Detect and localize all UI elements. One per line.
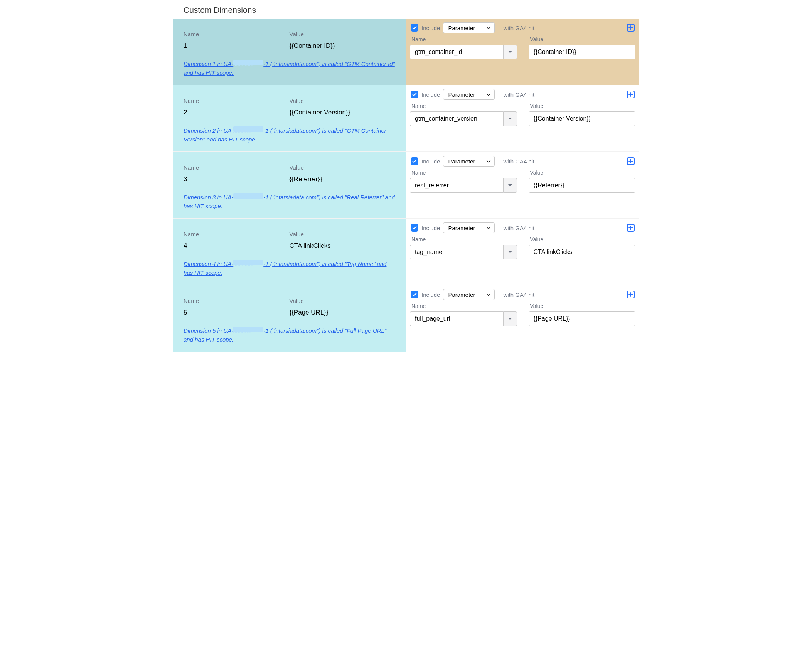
name-label: Name bbox=[184, 91, 290, 108]
add-button[interactable] bbox=[627, 91, 635, 98]
include-checkbox[interactable] bbox=[411, 157, 418, 165]
ga4-panel: Include Parameter with GA4 hit Name bbox=[406, 19, 639, 85]
ga4-value-input[interactable] bbox=[529, 45, 636, 59]
add-button[interactable] bbox=[627, 24, 635, 32]
name-label: Name bbox=[184, 225, 290, 241]
include-label: Include bbox=[421, 158, 440, 165]
chevron-down-icon bbox=[486, 92, 491, 97]
ga4-name-dropdown-button[interactable] bbox=[503, 45, 517, 59]
ga4-name-dropdown-button[interactable] bbox=[503, 111, 517, 126]
name-value-pair: Name 5 Value {{Page URL}} bbox=[177, 289, 402, 322]
dimension-value: {{Page URL}} bbox=[290, 308, 396, 321]
dimension-row: Name 4 Value CTA linkClicks Dimension 4 … bbox=[173, 219, 639, 285]
ga4-value-label: Value bbox=[529, 36, 636, 45]
dimension-value: {{Referrer}} bbox=[290, 175, 396, 188]
ga4-panel: Include Parameter with GA4 hit Name bbox=[406, 152, 639, 218]
ga4-value-label: Value bbox=[529, 303, 636, 311]
type-select-value: Parameter bbox=[448, 25, 475, 31]
dimension-value: {{Container ID}} bbox=[290, 41, 396, 54]
plus-icon bbox=[628, 25, 633, 30]
include-checkbox[interactable] bbox=[411, 24, 418, 32]
add-button[interactable] bbox=[627, 157, 635, 165]
add-button[interactable] bbox=[627, 224, 635, 232]
type-select[interactable]: Parameter bbox=[443, 156, 495, 167]
name-value-pair: Name 3 Value {{Referrer}} bbox=[177, 156, 402, 188]
dimension-value: CTA linkClicks bbox=[290, 241, 396, 254]
dimension-note-link[interactable]: Dimension 5 in UA-xxxxxxx-1 ("intarsiada… bbox=[184, 327, 386, 343]
with-hit-label: with GA4 hit bbox=[503, 91, 534, 98]
type-select[interactable]: Parameter bbox=[443, 222, 495, 233]
include-checkbox[interactable] bbox=[411, 224, 418, 232]
dimension-note-link[interactable]: Dimension 4 in UA-xxxxxxx-1 ("intarsiada… bbox=[184, 261, 386, 276]
name-label: Name bbox=[184, 25, 290, 41]
chevron-down-icon bbox=[486, 158, 491, 164]
redacted-id: xxxxxxx bbox=[233, 326, 263, 332]
type-select[interactable]: Parameter bbox=[443, 289, 495, 300]
note-pre: Dimension 3 in UA- bbox=[184, 194, 233, 200]
ga4-name-label: Name bbox=[410, 36, 517, 45]
ga4-value-label: Value bbox=[529, 170, 636, 178]
add-button[interactable] bbox=[627, 291, 635, 298]
ga4-name-dropdown-button[interactable] bbox=[503, 178, 517, 193]
dimension-note-link[interactable]: Dimension 1 in UA-xxxxxxx-1 ("intarsiada… bbox=[184, 61, 395, 76]
dimension-note-link[interactable]: Dimension 2 in UA-xxxxxxx-1 ("intarsiada… bbox=[184, 127, 386, 143]
dimension-index: 3 bbox=[184, 175, 290, 188]
include-label: Include bbox=[421, 291, 440, 298]
type-select[interactable]: Parameter bbox=[443, 89, 495, 100]
with-hit-label: with GA4 hit bbox=[503, 25, 534, 31]
chevron-down-icon bbox=[486, 225, 491, 231]
include-checkbox[interactable] bbox=[411, 291, 418, 298]
redacted-id: xxxxxxx bbox=[233, 193, 263, 199]
type-select[interactable]: Parameter bbox=[443, 22, 495, 33]
dimension-index: 4 bbox=[184, 241, 290, 254]
note-pre: Dimension 2 in UA- bbox=[184, 127, 233, 134]
note-pre: Dimension 4 in UA- bbox=[184, 261, 233, 267]
plus-icon bbox=[628, 226, 633, 230]
value-label: Value bbox=[290, 91, 396, 108]
dimension-value: {{Container Version}} bbox=[290, 108, 396, 121]
ga4-value-input[interactable] bbox=[529, 111, 636, 126]
include-checkbox[interactable] bbox=[411, 91, 418, 98]
plus-icon bbox=[628, 92, 633, 97]
value-label: Value bbox=[290, 158, 396, 175]
ua-panel: Name 4 Value CTA linkClicks Dimension 4 … bbox=[173, 219, 406, 285]
ga4-name-label: Name bbox=[410, 103, 517, 111]
dimension-row: Name 3 Value {{Referrer}} Dimension 3 in… bbox=[173, 152, 639, 219]
triangle-down-icon bbox=[508, 184, 512, 187]
dimension-index: 1 bbox=[184, 41, 290, 54]
value-label: Value bbox=[290, 291, 396, 308]
with-hit-label: with GA4 hit bbox=[503, 158, 534, 165]
ga4-name-input[interactable] bbox=[410, 245, 503, 259]
chevron-down-icon bbox=[486, 292, 491, 297]
include-label: Include bbox=[421, 25, 440, 31]
redacted-id: xxxxxxx bbox=[233, 60, 263, 65]
ga4-value-input[interactable] bbox=[529, 311, 636, 326]
ga4-name-input[interactable] bbox=[410, 178, 503, 193]
ga4-name-input[interactable] bbox=[410, 311, 503, 326]
ga4-panel: Include Parameter with GA4 hit Name bbox=[406, 285, 639, 352]
with-hit-label: with GA4 hit bbox=[503, 291, 534, 298]
ga4-name-dropdown-button[interactable] bbox=[503, 311, 517, 326]
triangle-down-icon bbox=[508, 318, 512, 320]
ga4-name-dropdown-button[interactable] bbox=[503, 245, 517, 259]
section-title: Custom Dimensions bbox=[173, 0, 639, 19]
ga4-value-label: Value bbox=[529, 236, 636, 245]
ga4-value-input[interactable] bbox=[529, 245, 636, 259]
redacted-id: xxxxxxx bbox=[233, 260, 263, 265]
ua-panel: Name 3 Value {{Referrer}} Dimension 3 in… bbox=[173, 152, 406, 218]
value-label: Value bbox=[290, 25, 396, 41]
dimension-note: Dimension 2 in UA-xxxxxxx-1 ("intarsiada… bbox=[177, 122, 402, 145]
type-select-value: Parameter bbox=[448, 91, 475, 98]
plus-icon bbox=[628, 292, 633, 297]
type-select-value: Parameter bbox=[448, 291, 475, 298]
check-icon bbox=[412, 158, 417, 164]
ga4-name-input[interactable] bbox=[410, 111, 503, 126]
ga4-name-input[interactable] bbox=[410, 45, 503, 59]
name-label: Name bbox=[184, 158, 290, 175]
check-icon bbox=[412, 25, 417, 30]
ga4-value-input[interactable] bbox=[529, 178, 636, 193]
dimension-note-link[interactable]: Dimension 3 in UA-xxxxxxx-1 ("intarsiada… bbox=[184, 194, 395, 209]
type-select-value: Parameter bbox=[448, 158, 475, 165]
value-label: Value bbox=[290, 225, 396, 241]
ga4-name-label: Name bbox=[410, 236, 517, 245]
